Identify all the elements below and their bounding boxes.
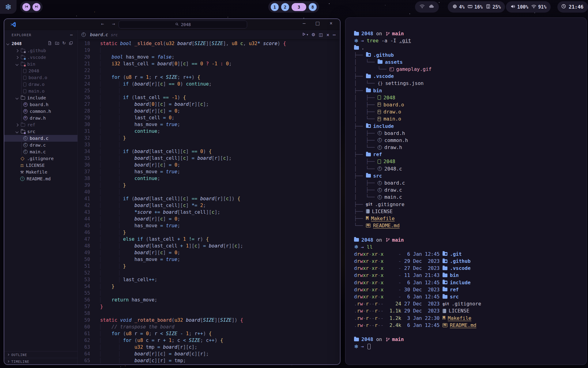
c-icon (378, 145, 382, 150)
workspace-button-1[interactable]: 1 (271, 3, 279, 11)
terminal-line: ├── .vscode (354, 73, 586, 80)
split-editor-button[interactable]: ◫ (319, 32, 323, 37)
explorer-root-folder[interactable]: 2048 ↻ (4, 40, 77, 47)
explorer-item-draw.c[interactable]: Cdraw.c (4, 142, 77, 148)
explorer-item-LICENSE[interactable]: ⚖LICENSE (4, 162, 77, 169)
code-line-63: 63 u32 tmp = board[r][c]; (78, 344, 340, 351)
line-number: 43 (78, 209, 90, 216)
folder-icon (366, 124, 371, 128)
media-next-button[interactable] (32, 3, 40, 11)
vscode-window: ← → 2048 – □ × EXPLORER ⋯ 2048 ↻ (4, 18, 341, 365)
tab-board-c[interactable]: C board.c src (78, 30, 122, 39)
line-number: 20 (78, 54, 90, 60)
disk-usage: 25% (492, 4, 501, 10)
explorer-item-main.c[interactable]: Cmain.c (4, 148, 77, 155)
editor-tab-bar: C board.c src ▾ ⚙ ◫ × ⋯ (78, 30, 340, 39)
timeline-label: TIMELINE (11, 360, 29, 363)
refresh-button[interactable]: ↻ (62, 41, 66, 46)
workspace-button-3[interactable]: 3 (292, 3, 306, 11)
explorer-item-src[interactable]: src (4, 128, 77, 135)
code-editor[interactable]: 18static bool _slide_col(u32 board[SIZE]… (78, 39, 340, 365)
launcher-button[interactable]: ❄ (0, 0, 17, 14)
book-icon (443, 309, 446, 313)
code-line-26: 26 if (last_cell == -1) { (78, 94, 340, 101)
explorer-item-2048[interactable]: 2048 (4, 67, 77, 74)
explorer-item-bin[interactable]: bin (4, 61, 77, 67)
terminal-line: │ ├── common.h (354, 137, 586, 144)
code-line-31: 31 continue; (78, 128, 340, 135)
disk-icon (485, 4, 491, 10)
collapse-all-button[interactable] (69, 41, 73, 46)
code-line-27: 27 board[0][c] = board[r][c]; (78, 101, 340, 108)
explorer-item-Makefile[interactable]: ⚒Makefile (4, 169, 77, 175)
explorer-item-draw.h[interactable]: Hdraw.h (4, 115, 77, 121)
system-stats-pill: 4% 16% 25% (448, 1, 505, 13)
explorer-item-ref[interactable]: ref (4, 121, 77, 128)
vscode-titlebar[interactable]: ← → 2048 – □ × (4, 19, 340, 30)
close-editor-button[interactable]: × (326, 32, 330, 38)
maximize-button[interactable]: □ (314, 21, 322, 26)
code-line-38: 38 continue; (78, 175, 340, 182)
code-line-58: 58 (78, 310, 340, 317)
workspace-button-2[interactable]: 2 (281, 3, 289, 11)
workspace-button-8[interactable]: 8 (309, 3, 317, 11)
explorer-item-board.h[interactable]: Hboard.h (4, 101, 77, 108)
media-prev-button[interactable] (22, 3, 30, 11)
cpu-usage: 4% (459, 4, 465, 10)
line-number: 62 (78, 337, 90, 344)
nav-back-button[interactable]: ← (101, 21, 104, 27)
img-icon (390, 67, 394, 71)
nix-snowflake-icon: ❄ (5, 2, 12, 12)
explorer-item-include[interactable]: include (4, 94, 77, 101)
code-line-61: 61 for (u8 r = 0; r < SIZE - 1; r++) { (78, 330, 340, 337)
explorer-item-draw.o[interactable]: draw.o (4, 81, 77, 88)
explorer-item-label: board.c (30, 136, 48, 141)
vscode-logo-icon (10, 21, 17, 28)
terminal-line: ├── LICENSE (354, 208, 586, 215)
run-debug-button[interactable]: ▾ (302, 32, 308, 38)
outline-section[interactable]: OUTLINE (4, 351, 77, 358)
code-line-30: 30 has_move = true; (78, 121, 340, 128)
explorer-more-button[interactable]: ⋯ (70, 32, 73, 38)
code-line-37: 37 has_move = true; (78, 168, 340, 175)
terminal-line: │ └── main.o (354, 115, 586, 122)
line-number: 47 (78, 236, 90, 243)
chevron-down-icon (16, 130, 19, 133)
terminal-window[interactable]: 2048 on main→ tree -a -I .git.├── .githu… (345, 17, 587, 365)
terminal-line: drwxr-xr-x - 6 Jan 12:45 include (354, 279, 586, 286)
explorer-item-label: include (27, 95, 46, 100)
license-icon: ⚖ (20, 163, 24, 168)
command-center-search[interactable]: 2048 (119, 21, 247, 29)
minimize-button[interactable]: – (300, 21, 308, 26)
settings-gear-button[interactable]: ⚙ (311, 32, 315, 37)
timeline-section[interactable]: TIMELINE (4, 358, 77, 365)
explorer-item-board.o[interactable]: board.o (4, 74, 77, 81)
explorer-item-.gitignore[interactable]: .gitignore (4, 155, 77, 162)
explorer-item-.github[interactable]: .github (4, 47, 77, 54)
line-number: 57 (78, 303, 90, 310)
play-icon (302, 32, 306, 38)
explorer-item-label: board.o (28, 75, 47, 80)
editor-more-button[interactable]: ⋯ (333, 32, 336, 38)
close-button[interactable]: × (327, 21, 335, 26)
terminal-line: 2048 on main (354, 236, 586, 243)
nav-forward-button[interactable]: → (112, 21, 115, 27)
explorer-item-common.h[interactable]: Hcommon.h (4, 108, 77, 115)
md-icon (443, 323, 447, 327)
explorer-item-board.c[interactable]: Cboard.c (4, 135, 77, 142)
line-number: 21 (78, 60, 90, 67)
code-line-48: 48 board[last_cell + 1][c] = board[r][c]… (78, 243, 340, 249)
new-folder-button[interactable] (55, 41, 59, 46)
chevron-right-icon (16, 56, 19, 59)
snow-icon (354, 244, 358, 250)
wifi-icon (531, 4, 537, 10)
line-number: 50 (78, 256, 90, 263)
new-file-button[interactable] (47, 41, 52, 46)
explorer-item-.vscode[interactable]: .vscode (4, 54, 77, 61)
gitignore-icon (21, 157, 24, 161)
line-number: 26 (78, 94, 90, 101)
explorer-item-main.o[interactable]: main.o (4, 88, 77, 94)
explorer-item-README.md[interactable]: iREADME.md (4, 175, 77, 182)
terminal-line: │ ├── draw.c (354, 186, 586, 194)
folder-icon (366, 174, 371, 178)
